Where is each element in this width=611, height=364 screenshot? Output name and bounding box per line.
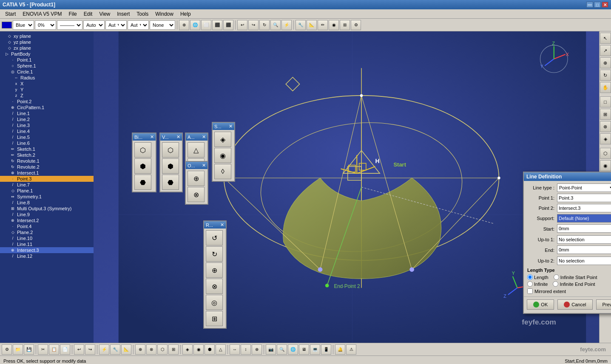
tree-item-y[interactable]: y Y [0, 87, 94, 93]
tree-item-point3[interactable]: · Point.3 [0, 176, 94, 182]
float-panel-s-header[interactable]: S... ✕ [213, 123, 234, 130]
bt-btn-7[interactable]: ↩ [74, 344, 84, 355]
line-type-select[interactable]: Point-Point Point-Direction Angle/Normal… [557, 183, 611, 192]
menu-help[interactable]: Help [177, 10, 194, 18]
tree-item-zxplane[interactable]: ◇ zx plane [0, 45, 94, 51]
menu-edit[interactable]: Edit [80, 10, 96, 18]
right-btn-fit[interactable]: ⊞ [600, 109, 611, 120]
outer-close-btn[interactable]: ✕ [602, 2, 608, 8]
float-panel-o-header[interactable]: O... ✕ [186, 162, 207, 169]
tree-item-line12[interactable]: / Line.12 [0, 253, 94, 259]
r-btn-5[interactable]: ◎ [206, 295, 223, 310]
tb-btn-14[interactable]: ◉ [329, 20, 339, 30]
upto2-input[interactable] [557, 257, 611, 265]
s-btn-2[interactable]: ◉ [214, 148, 231, 163]
tree-item-point1[interactable]: · Point.1 [0, 57, 94, 63]
tree-item-line10[interactable]: / Line.10 [0, 235, 94, 241]
radio-infinite-end[interactable] [553, 281, 558, 287]
tree-item-revolute2[interactable]: ↻ Revolute.2 [0, 164, 94, 170]
right-btn-persp[interactable]: ◉ [600, 160, 611, 171]
tb-btn-8[interactable]: ↻ [259, 20, 270, 30]
o-btn-2[interactable]: ⊗ [188, 187, 205, 202]
upto1-input[interactable] [557, 235, 611, 244]
end-input[interactable] [557, 245, 611, 254]
tree-item-sphere1[interactable]: ○ Sphere.1 [0, 63, 94, 69]
float-panel-a-header[interactable]: A... ✕ [186, 133, 207, 141]
bt-btn-25[interactable]: 🌐 [288, 344, 298, 355]
bt-btn-2[interactable]: 📁 [13, 344, 23, 355]
color-swatch[interactable] [2, 22, 12, 28]
bt-btn-3[interactable]: 💾 [24, 344, 34, 355]
r-btn-1[interactable]: ↺ [206, 230, 223, 245]
bt-btn-18[interactable]: ⬢ [205, 344, 215, 355]
tb-btn-6[interactable]: ↩ [237, 20, 247, 30]
tree-item-line1[interactable]: / Line.1 [0, 110, 94, 116]
tree-item-radius[interactable]: ↔ Radius [0, 75, 94, 81]
v-btn-2[interactable]: ⬢ [162, 158, 179, 174]
bt-btn-6[interactable]: 📄 [60, 344, 70, 355]
bt-btn-19[interactable]: △ [216, 344, 226, 355]
line-style-select[interactable]: ————— [57, 20, 82, 30]
bt-btn-23[interactable]: 📷 [266, 344, 276, 355]
tree-item-line6[interactable]: / Line.6 [0, 140, 94, 146]
tb-btn-10[interactable]: ⚡ [281, 20, 292, 30]
tree-item-yzplane[interactable]: ◇ yz plane [0, 39, 94, 45]
float-panel-v-header[interactable]: V... ✕ [160, 133, 182, 141]
percent-select[interactable]: 0% [35, 20, 56, 30]
tb-btn-9[interactable]: 🔍 [270, 20, 281, 30]
preview-button[interactable]: Preview [596, 299, 611, 310]
float-panel-a-close[interactable]: ✕ [202, 134, 206, 140]
tb-btn-3[interactable]: ⬜ [201, 20, 211, 30]
v-btn-1[interactable]: ⬡ [162, 142, 179, 158]
tree-item-line9[interactable]: / Line.9 [0, 212, 94, 217]
bt-btn-20[interactable]: ↔ [230, 344, 240, 355]
radio-length[interactable] [527, 274, 533, 280]
point1-input[interactable] [557, 194, 611, 202]
right-btn-rotate[interactable]: ↻ [600, 70, 611, 81]
start-input[interactable] [557, 224, 611, 233]
auto3-select[interactable]: Aut ▼ [128, 20, 149, 30]
right-btn-select[interactable]: ↗ [600, 45, 611, 56]
v-btn-3[interactable]: ⬣ [162, 175, 179, 190]
bt-btn-4[interactable]: ✂ [38, 344, 48, 355]
tree-item-line7[interactable]: / Line.7 [0, 182, 94, 188]
tb-btn-7[interactable]: ↪ [248, 20, 259, 30]
r-btn-3[interactable]: ⊕ [206, 262, 223, 278]
float-panel-o-close[interactable]: ✕ [202, 163, 206, 168]
tree-item-intersect2[interactable]: ⊗ Intersect.2 [0, 217, 94, 223]
tree-item-line5[interactable]: / Line.5 [0, 134, 94, 140]
tree-item-sketch1[interactable]: ✏ Sketch.1 [0, 146, 94, 152]
tree-item-line4[interactable]: / Line.4 [0, 128, 94, 134]
support-input[interactable] [557, 214, 611, 223]
tree-item-revolute1[interactable]: ↻ Revolute.1 [0, 158, 94, 164]
tree-item-point2[interactable]: · Point.2 [0, 99, 94, 104]
bt-btn-24[interactable]: 🔍 [277, 344, 287, 355]
tree-item-line2[interactable]: / Line.2 [0, 116, 94, 122]
bt-btn-15[interactable]: ⊞ [168, 344, 179, 355]
tb-btn-12[interactable]: 📐 [307, 20, 317, 30]
right-btn-arrow[interactable]: ↖ [600, 33, 611, 44]
tree-item-line11[interactable]: / Line.11 [0, 241, 94, 247]
tree-item-circle1[interactable]: ◎ Circle.1 [0, 69, 94, 75]
right-btn-zoom[interactable]: ⊕ [600, 57, 611, 68]
dialog-header[interactable]: Line Definition ? ✕ [524, 172, 611, 181]
tree-item-plane2[interactable]: ◇ Plane.2 [0, 229, 94, 235]
point2-input[interactable] [557, 204, 611, 212]
bt-btn-17[interactable]: ◉ [193, 344, 204, 355]
bt-btn-11[interactable]: 📐 [121, 344, 131, 355]
bt-btn-29[interactable]: 🔔 [335, 344, 345, 355]
menu-window[interactable]: Window [152, 10, 177, 18]
mirrored-extent-checkbox[interactable] [527, 288, 533, 294]
float-panel-bi-close[interactable]: ✕ [150, 134, 154, 140]
outer-restore-btn[interactable]: □ [594, 2, 601, 8]
color-select[interactable]: Blue [13, 20, 34, 30]
menu-enovia[interactable]: ENOVIA V5 VPM [19, 10, 65, 18]
tree-item-intersect3[interactable]: ⊗ Intersect.3 [0, 247, 94, 253]
tree-item-line8[interactable]: / Line.8 [0, 200, 94, 206]
tb-btn-15[interactable]: ⊞ [340, 20, 350, 30]
bt-btn-12[interactable]: ⊕ [135, 344, 145, 355]
menu-insert[interactable]: Insert [114, 10, 133, 18]
menu-file[interactable]: File [65, 10, 80, 18]
menu-view[interactable]: View [96, 10, 114, 18]
none-select[interactable]: None [150, 20, 175, 30]
